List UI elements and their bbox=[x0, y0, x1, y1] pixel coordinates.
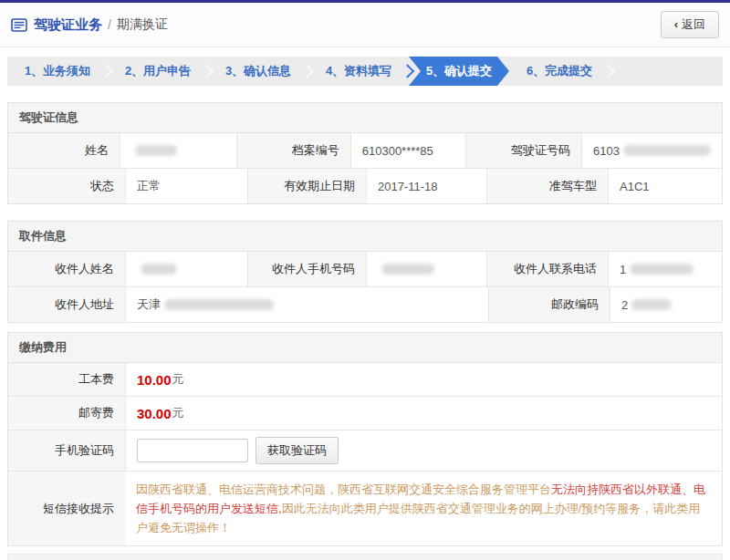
name-value bbox=[120, 133, 236, 168]
recipient-phone-label: 收件人联系电话 bbox=[486, 252, 608, 286]
breadcrumb-divider: / bbox=[108, 17, 111, 32]
step-progress-bar: 1、业务须知 2、用户申告 3、确认信息 4、资料填写 5、确认提交 6、完成提… bbox=[7, 57, 723, 86]
file-no-value: 610300****85 bbox=[350, 133, 465, 168]
post-fee-label: 邮寄费 bbox=[8, 397, 125, 430]
back-button[interactable]: ‹返回 bbox=[661, 11, 719, 38]
postal-code-label: 邮政编码 bbox=[488, 287, 610, 322]
recipient-address-label: 收件人地址 bbox=[8, 287, 125, 322]
tab-step-2[interactable]: 2、用户申告 bbox=[108, 57, 208, 86]
license-info-section: 驾驶证信息 姓名 档案编号 610300****85 驾驶证号码 6103 状态… bbox=[7, 102, 723, 204]
fees-section: 缴纳费用 工本费 10.00元 邮寄费 30.00元 手机验证码 获取验证码 短… bbox=[7, 332, 723, 546]
page-header: 驾驶证业务 / 期满换证 ‹返回 bbox=[0, 3, 730, 47]
breadcrumb-current: 期满换证 bbox=[117, 16, 168, 33]
license-no-label: 驾驶证号码 bbox=[465, 133, 581, 168]
table-row: 收件人地址 天津 邮政编码 2 bbox=[8, 286, 722, 322]
redacted-recipient-address bbox=[164, 299, 274, 310]
post-fee-unit: 元 bbox=[172, 405, 184, 421]
work-fee-label: 工本费 bbox=[8, 363, 125, 396]
recipient-name-label: 收件人姓名 bbox=[8, 252, 125, 286]
fees-section-title: 缴纳费用 bbox=[8, 333, 722, 363]
expiry-value: 2017-11-18 bbox=[366, 169, 486, 203]
back-chevron-icon: ‹ bbox=[674, 17, 678, 31]
postal-code-value: 2 bbox=[610, 287, 722, 322]
recipient-address-value: 天津 bbox=[125, 287, 488, 322]
work-fee-amount: 10.00 bbox=[137, 372, 172, 388]
redacted-recipient-name bbox=[141, 264, 177, 275]
sms-code-input[interactable] bbox=[137, 439, 248, 462]
tab-step-5-active[interactable]: 5、确认提交 bbox=[409, 57, 509, 86]
redacted-recipient-phone bbox=[630, 264, 694, 275]
sms-notice-label: 短信接收提示 bbox=[8, 472, 125, 545]
redacted-license-no bbox=[623, 145, 711, 156]
status-value: 正常 bbox=[125, 169, 247, 203]
post-fee-amount: 30.00 bbox=[137, 406, 172, 421]
table-row: 手机验证码 获取验证码 bbox=[8, 430, 722, 471]
redacted-recipient-mobile bbox=[381, 264, 434, 275]
sms-notice-text: 因陕西省联通、电信运营商技术问题，陕西省互联网交通安全综合服务管理平台无法向持陕… bbox=[125, 472, 722, 545]
tab-step-6[interactable]: 6、完成提交 bbox=[509, 57, 610, 86]
file-no-label: 档案编号 bbox=[236, 133, 349, 168]
table-row: 短信接收提示 因陕西省联通、电信运营商技术问题，陕西省互联网交通安全综合服务管理… bbox=[8, 471, 722, 545]
sms-code-label: 手机验证码 bbox=[8, 430, 125, 471]
table-row: 工本费 10.00元 bbox=[8, 363, 722, 396]
recipient-phone-value: 1 bbox=[608, 252, 722, 286]
table-row: 邮寄费 30.00元 bbox=[8, 396, 722, 430]
license-section-title: 驾驶证信息 bbox=[8, 103, 722, 133]
table-row: 收件人姓名 收件人手机号码 收件人联系电话 1 bbox=[8, 252, 722, 286]
recipient-mobile-label: 收件人手机号码 bbox=[247, 252, 366, 286]
redacted-name bbox=[135, 145, 177, 156]
redacted-postal-code bbox=[631, 299, 672, 310]
expiry-label: 有效期止日期 bbox=[247, 169, 366, 203]
recipient-mobile-value bbox=[366, 252, 486, 286]
tab-step-3[interactable]: 3、确认信息 bbox=[208, 57, 308, 86]
license-no-value: 6103 bbox=[581, 133, 722, 168]
back-button-label: 返回 bbox=[682, 17, 705, 31]
table-row: 姓名 档案编号 610300****85 驾驶证号码 6103 bbox=[8, 133, 722, 168]
tab-step-1[interactable]: 1、业务须知 bbox=[7, 57, 108, 86]
table-row: 状态 正常 有效期止日期 2017-11-18 准驾车型 A1C1 bbox=[8, 168, 722, 203]
work-fee-value: 10.00元 bbox=[125, 363, 722, 396]
vehicle-class-value: A1C1 bbox=[608, 169, 722, 203]
name-label: 姓名 bbox=[8, 133, 120, 168]
status-label: 状态 bbox=[8, 169, 125, 203]
vehicle-class-label: 准驾车型 bbox=[486, 169, 608, 203]
sms-code-cell: 获取验证码 bbox=[125, 430, 722, 471]
post-fee-value: 30.00元 bbox=[125, 397, 722, 430]
tab-step-4[interactable]: 4、资料填写 bbox=[308, 57, 409, 86]
pickup-info-section: 取件信息 收件人姓名 收件人手机号码 收件人联系电话 1 收件人地址 天津 邮政… bbox=[7, 221, 723, 323]
footer-action-bar: 上一步 完成 bbox=[7, 554, 723, 560]
license-card-icon bbox=[11, 18, 27, 32]
work-fee-unit: 元 bbox=[172, 371, 184, 388]
recipient-name-value bbox=[125, 252, 247, 286]
page-title: 驾驶证业务 bbox=[34, 16, 102, 34]
tabs-filler bbox=[610, 57, 723, 86]
pickup-section-title: 取件信息 bbox=[8, 222, 722, 252]
get-code-button[interactable]: 获取验证码 bbox=[256, 437, 339, 464]
